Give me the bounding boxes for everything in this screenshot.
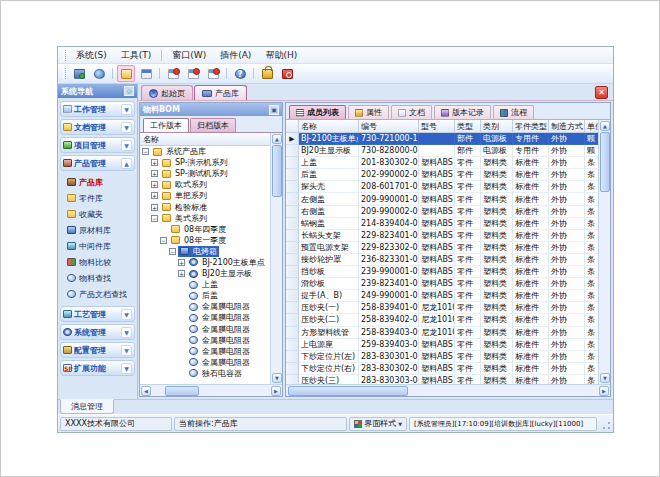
menubar-grip[interactable] <box>63 50 66 61</box>
member-tab-文档[interactable]: 文档 <box>391 105 432 119</box>
sidebar-item-产品文档查找[interactable]: 产品文档查找 <box>67 287 135 301</box>
member-vertical-scrollbar[interactable]: ▲ ▼ <box>598 120 610 384</box>
member-tab-版本记录[interactable]: 版本记录 <box>434 105 491 119</box>
toolbar-button-window-badge2[interactable] <box>204 65 222 82</box>
table-row[interactable]: 右侧盖209-990002-01X塑料ABS零件塑料类标准件外协条 <box>286 206 598 218</box>
menu-item-4[interactable]: 帮助(H) <box>258 48 304 63</box>
table-row[interactable]: 压纱夹(一)258-839401-00X尼龙1010零件塑料类标准件外协条 <box>286 302 598 314</box>
scroll-up-arrow-icon[interactable]: ▲ <box>272 134 282 144</box>
collapse-minus-icon[interactable]: − <box>169 248 176 255</box>
scroll-up-arrow-icon[interactable]: ▲ <box>600 121 610 131</box>
doc-tab-产品库[interactable]: 产品库 <box>194 85 247 100</box>
sidebar-item-中间件库[interactable]: 中间件库 <box>67 239 135 253</box>
sidebar-item-产品库[interactable]: 产品库 <box>67 175 135 189</box>
table-row[interactable]: 后盖202-990002-01X塑料ABS零件塑料类标准件外协条 <box>286 169 598 181</box>
scroll-down-arrow-icon[interactable]: ▼ <box>272 373 282 383</box>
chevron-down-icon[interactable]: ▼ <box>121 327 132 338</box>
member-tab-成员列表[interactable]: 成员列表 <box>289 105 346 119</box>
member-tab-流程[interactable]: 流程 <box>493 105 534 119</box>
toolbar-button-desktop[interactable] <box>70 65 88 82</box>
table-row[interactable]: 蜗钢盖214-839404-01X塑料ABS零件塑料类标准件外协条 <box>286 218 598 230</box>
chevron-down-icon[interactable]: ▼ <box>121 363 132 374</box>
resize-grip[interactable] <box>601 418 611 430</box>
collapse-minus-icon[interactable]: − <box>151 215 158 222</box>
message-management-tab[interactable]: 消息管理 <box>60 399 114 414</box>
tree-node-08年一季度[interactable]: −08年一季度 <box>140 235 270 246</box>
member-vscroll-thumb[interactable] <box>600 132 610 192</box>
toolbar-button-new-document-badge[interactable] <box>164 65 182 82</box>
toolbar-button-window-grid[interactable] <box>137 65 155 82</box>
toolbar-button-window-badge[interactable] <box>184 65 202 82</box>
table-row[interactable]: 压纱夹(二)258-839402-00X尼龙1010零件塑料类标准件外协条 <box>286 314 598 326</box>
tree-node-BJ20主显示板[interactable]: +BJ20主显示板 <box>140 268 270 279</box>
scroll-right-arrow-icon[interactable]: ▶ <box>271 386 281 396</box>
toolbar-button-lock[interactable] <box>258 65 276 82</box>
sidebar-item-物料查找[interactable]: 物料查找 <box>67 271 135 285</box>
table-row[interactable]: 滑纱板239-823401-00X塑料ABS零件塑料类标准件外协条 <box>286 278 598 290</box>
bom-horizontal-scrollbar[interactable]: ◀ ▶ <box>140 384 282 396</box>
table-row[interactable]: 左侧盖209-990001-01X塑料ABS零件塑料类标准件外协条 <box>286 193 598 205</box>
chevron-up-icon[interactable]: ▲ <box>121 158 132 169</box>
tree-node-SP-演示机系列[interactable]: +SP-演示机系列 <box>140 157 270 168</box>
toolbar-grip[interactable] <box>63 68 66 79</box>
tree-node-独石电容器[interactable]: 独石电容器 <box>140 368 270 379</box>
table-row[interactable]: 接纱轮护罩236-823301-00X塑料ABS零件塑料类标准件外协条 <box>286 254 598 266</box>
tree-node-欧式系列[interactable]: +欧式系列 <box>140 179 270 190</box>
expand-plus-icon[interactable]: + <box>178 259 185 266</box>
chevron-down-icon[interactable]: ▼ <box>121 345 132 356</box>
sidebar-item-零件库[interactable]: 零件库 <box>67 191 135 205</box>
table-row[interactable]: 提手(A、B)249-990001-01X塑料ABS零件塑料类标准件外协条 <box>286 290 598 302</box>
toolbar-button-globe[interactable] <box>90 65 108 82</box>
sidebar-item-收藏夹[interactable]: 收藏夹 <box>67 207 135 221</box>
sidebar-options-button[interactable]: ◇ <box>124 86 134 96</box>
chevron-down-icon[interactable]: ▼ <box>121 104 132 115</box>
menu-item-3[interactable]: 插件(A) <box>213 48 258 63</box>
tree-node-金属膜电阻器[interactable]: 金属膜电阻器 <box>140 312 270 323</box>
table-row[interactable]: 压纱夹(三)283-830303-00X塑料ABS零件塑料类标准件外协条 <box>286 375 598 384</box>
close-tab-button[interactable]: ✕ <box>595 86 608 99</box>
expand-plus-icon[interactable]: + <box>151 159 158 166</box>
bom-vscroll-thumb[interactable] <box>272 145 282 197</box>
member-horizontal-scrollbar[interactable]: ▶ <box>286 384 610 396</box>
sidebar-section-工艺管理[interactable]: 工艺管理▼ <box>60 306 135 322</box>
expand-plus-icon[interactable]: + <box>178 270 185 277</box>
column-header-单位[interactable]: 单位 <box>585 120 598 133</box>
menu-item-2[interactable]: 窗口(W) <box>165 48 213 63</box>
column-header-制造方式[interactable]: 制造方式 <box>549 120 585 133</box>
tree-node-金属膜电阻器[interactable]: 金属膜电阻器 <box>140 357 270 368</box>
collapse-minus-icon[interactable]: − <box>160 237 167 244</box>
column-header-类别[interactable]: 类别 <box>481 120 513 133</box>
tree-node-金属膜电阻器[interactable]: 金属膜电阻器 <box>140 335 270 346</box>
chevron-down-icon[interactable]: ▼ <box>121 140 132 151</box>
chevron-down-icon[interactable]: ▼ <box>121 122 132 133</box>
ui-style-selector[interactable]: 界面样式 ▼ <box>349 417 407 431</box>
tree-node-SP-测试机系列[interactable]: +SP-测试机系列 <box>140 168 270 179</box>
toolbar-button-open-folder[interactable] <box>117 65 135 82</box>
sidebar-item-物料比较[interactable]: 物料比较 <box>67 255 135 269</box>
menu-item-0[interactable]: 系统(S) <box>69 48 114 63</box>
scroll-right-arrow-icon[interactable]: ▶ <box>599 386 609 396</box>
doc-tab-起始页[interactable]: 起始页 <box>141 85 193 100</box>
bom-hscroll-thumb[interactable] <box>165 386 199 396</box>
version-tab-工作版本[interactable]: 工作版本 <box>143 118 189 132</box>
scroll-left-arrow-icon[interactable]: ◀ <box>141 386 151 396</box>
sidebar-section-产品管理[interactable]: 产品管理▲ <box>60 155 135 171</box>
scroll-down-arrow-icon[interactable]: ▼ <box>600 373 610 383</box>
sidebar-section-项目管理[interactable]: 项目管理▼ <box>60 137 135 153</box>
toolbar-button-help[interactable] <box>231 65 249 82</box>
column-header-编号[interactable]: 编号 <box>359 120 419 133</box>
table-row[interactable]: 方形塑料线管258-839403-00X尼龙1010零件塑料类标准件外协条 <box>286 327 598 339</box>
bom-column-header[interactable]: 名称 <box>140 133 270 146</box>
column-header-名称[interactable]: 名称 <box>299 120 359 133</box>
tree-node-上盖[interactable]: 上盖 <box>140 279 270 290</box>
sidebar-section-扩展功能[interactable]: SP扩展功能▼ <box>60 360 135 376</box>
sidebar-section-工作管理[interactable]: 工作管理▼ <box>60 101 135 117</box>
sidebar-section-文档管理[interactable]: 文档管理▼ <box>60 119 135 135</box>
table-row[interactable]: 上电源座259-839403-00X塑料ABS零件塑料类标准件外协条 <box>286 339 598 351</box>
menu-item-1[interactable]: 工具(T) <box>114 48 159 63</box>
tree-node-电烤箱[interactable]: −电烤箱 <box>140 246 270 257</box>
sidebar-item-原材料库[interactable]: 原材料库 <box>67 223 135 237</box>
table-row[interactable]: ▶BJ-2100主板单点730-721000-12X部件电源板专用件外协颗 <box>286 133 598 145</box>
table-row[interactable]: 下纱定位片(左)283-830301-00X塑料ABS零件塑料类标准件外协条 <box>286 351 598 363</box>
table-row[interactable]: 下纱定位片(右)283-830302-00X塑料ABS零件塑料类标准件外协条 <box>286 363 598 375</box>
